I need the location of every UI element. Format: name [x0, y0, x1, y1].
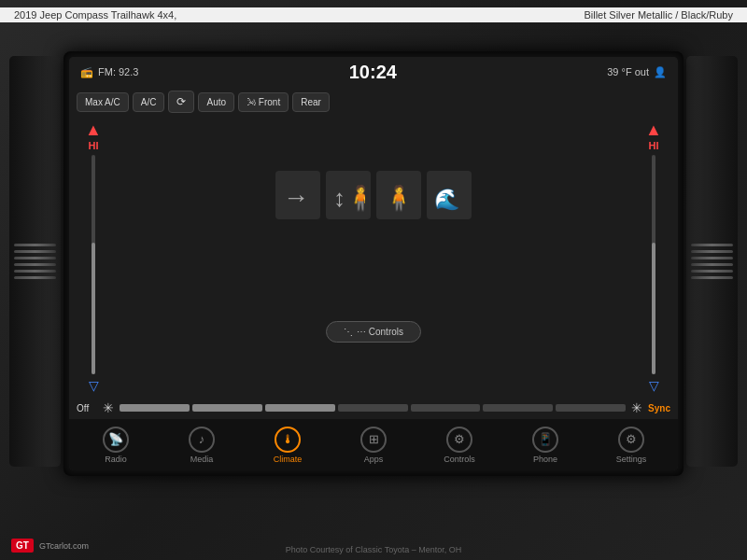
front-button[interactable]: 🌬 Front — [238, 92, 289, 112]
media-nav-label: Media — [190, 455, 214, 464]
settings-nav-icon[interactable]: ⚙ — [618, 427, 644, 453]
apps-nav-icon[interactable]: ⊞ — [360, 427, 387, 453]
nav-settings[interactable]: ⚙ Settings — [611, 427, 653, 464]
seat-svg-1: →🧍 — [281, 176, 315, 214]
vent-line — [691, 257, 733, 259]
right-warning-icon: ▲ — [645, 120, 662, 140]
vent-line — [691, 263, 733, 266]
fan-speed-row: Off ✳ ✳ Sync — [69, 397, 678, 419]
fan-segment-2[interactable] — [192, 404, 262, 412]
nav-apps[interactable]: ⊞ Apps — [353, 427, 395, 464]
status-left: 📻 FM: 92.3 — [80, 66, 138, 78]
radio-icon: 📻 — [80, 66, 93, 78]
left-vent — [9, 56, 61, 467]
vent-line — [14, 250, 56, 253]
controls-nav-icon[interactable]: ⚙ — [446, 427, 472, 453]
left-temp-slider[interactable]: ▲ HI ▽ — [75, 117, 112, 397]
settings-nav-label: Settings — [616, 455, 647, 464]
nav-phone[interactable]: 📱 Phone — [525, 427, 567, 464]
max-ac-button[interactable]: Max A/C — [77, 92, 129, 112]
right-temp-slider[interactable]: ▲ HI ▽ — [635, 117, 672, 397]
screen-bezel: 📻 FM: 92.3 10:24 39 °F out 👤 Max A/C A/C… — [63, 51, 684, 476]
seat-heat-icon-3[interactable]: 🧍↓ — [376, 171, 421, 219]
ac-button[interactable]: A/C — [133, 92, 165, 112]
fan-segment-7[interactable] — [556, 404, 626, 412]
fan-segment-6[interactable] — [483, 404, 553, 412]
rear-button[interactable]: Rear — [292, 92, 330, 112]
nav-climate[interactable]: 🌡 Climate — [267, 427, 309, 464]
nav-controls[interactable]: ⚙ Controls — [439, 427, 481, 464]
fan-bar-container[interactable] — [120, 404, 626, 412]
vent-line — [14, 244, 56, 246]
left-slider-fill — [92, 243, 95, 374]
radio-nav-label: Radio — [105, 455, 127, 464]
climate-controls-area: ▲ HI ▽ →🧍 — [69, 117, 678, 419]
vent-line — [691, 250, 733, 253]
svg-text:🌊🧍: 🌊🧍 — [434, 187, 466, 212]
gt-logo: GT — [11, 539, 34, 553]
temp-out: 39 °F out — [607, 66, 649, 77]
right-slider-fill — [652, 243, 655, 374]
right-slider-track[interactable] — [652, 155, 655, 374]
bottom-nav: 📡 Radio ♪ Media 🌡 Climate ⊞ Apps ⚙ C — [69, 419, 678, 470]
radio-nav-icon[interactable]: 📡 — [103, 427, 129, 453]
touchscreen[interactable]: 📻 FM: 92.3 10:24 39 °F out 👤 Max A/C A/C… — [69, 57, 678, 470]
nav-media[interactable]: ♪ Media — [181, 427, 223, 464]
front-icon: 🌬 — [247, 97, 256, 107]
climate-nav-icon[interactable]: 🌡 — [275, 427, 301, 453]
auto-button[interactable]: Auto — [198, 92, 234, 112]
climate-nav-label: Climate — [274, 455, 303, 464]
phone-nav-icon[interactable]: 📱 — [532, 427, 558, 453]
seat-heat-icon-4[interactable]: 🌊🧍 — [427, 171, 472, 219]
watermark-site: GTcarlot.com — [39, 541, 89, 551]
sync-label: Sync — [648, 403, 670, 413]
vent-line — [14, 263, 56, 266]
seat-heat-icon-2[interactable]: ↕🧍 — [326, 171, 371, 219]
vent-line — [691, 276, 733, 279]
top-buttons-row: Max A/C A/C ⟳ Auto 🌬 Front Rear — [69, 87, 678, 117]
right-vent — [686, 56, 738, 467]
car-frame: 2019 Jeep Compass Trailhawk 4x4, Billet … — [0, 0, 747, 560]
right-temp-arrow-down[interactable]: ▽ — [649, 378, 659, 393]
phone-nav-label: Phone — [533, 455, 557, 464]
fan-icon-left: ✳ — [103, 400, 114, 415]
seat-heat-icon-1[interactable]: →🧍 — [275, 171, 320, 219]
status-right: 39 °F out 👤 — [607, 66, 667, 78]
fan-segment-5[interactable] — [411, 404, 481, 412]
vent-line — [691, 270, 733, 273]
nav-radio[interactable]: 📡 Radio — [95, 427, 137, 464]
left-temp-arrow-down[interactable]: ▽ — [89, 378, 99, 393]
vent-line — [14, 276, 56, 279]
vent-line — [14, 257, 56, 259]
fan-segment-3[interactable] — [265, 404, 335, 412]
seat-svg-4: 🌊🧍 — [432, 176, 466, 214]
seat-controls-button[interactable]: ⋱ ⋯ Controls — [326, 321, 421, 343]
controls-icon: ⋱ — [344, 327, 353, 337]
radio-label: FM: 92.3 — [98, 66, 138, 77]
seat-svg-2: ↕🧍 — [331, 176, 365, 214]
vent-line — [14, 270, 56, 273]
profile-icon: 👤 — [654, 66, 667, 78]
seat-icons-top: →🧍 ↕🧍 — [275, 171, 472, 219]
right-temp-hi: HI — [649, 140, 659, 151]
left-warning-icon: ▲ — [85, 120, 102, 140]
svg-text:↕🧍: ↕🧍 — [333, 183, 365, 213]
status-bar: 📻 FM: 92.3 10:24 39 °F out 👤 — [69, 57, 678, 87]
title-bar: 2019 Jeep Compass Trailhawk 4x4, Billet … — [0, 7, 747, 22]
vent-line — [691, 244, 733, 246]
svg-text:🧍↓: 🧍↓ — [384, 183, 416, 213]
recirculate-button[interactable]: ⟳ — [168, 91, 194, 113]
media-nav-icon[interactable]: ♪ — [189, 427, 215, 453]
apps-nav-label: Apps — [364, 455, 384, 464]
climate-main: ▲ HI ▽ →🧍 — [69, 117, 678, 397]
seat-svg-3: 🧍↓ — [382, 176, 416, 214]
svg-text:→🧍: →🧍 — [283, 182, 315, 213]
controls-label: ⋯ Controls — [357, 327, 403, 337]
left-slider-track[interactable] — [92, 155, 95, 374]
fan-off-label: Off — [77, 403, 97, 413]
watermark: GT GTcarlot.com — [11, 539, 89, 553]
photo-credit: Photo Courtesy of Classic Toyota – Mento… — [286, 545, 461, 554]
clock-display: 10:24 — [349, 62, 397, 83]
fan-segment-1[interactable] — [120, 404, 190, 412]
fan-segment-4[interactable] — [338, 404, 408, 412]
